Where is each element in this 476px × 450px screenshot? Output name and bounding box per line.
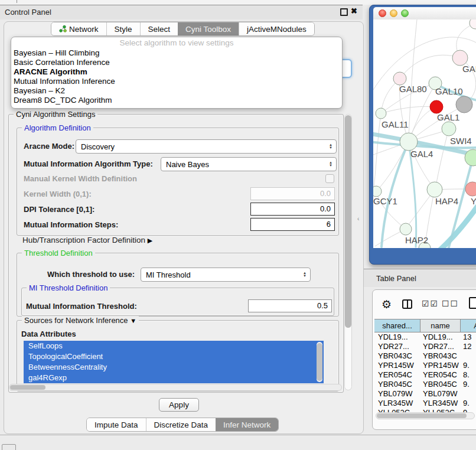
network-node[interactable]: [470, 19, 476, 29]
table-cell: YPR145W: [374, 361, 420, 370]
table-cell: YDL19...: [374, 332, 420, 342]
splitter-collapse-icon[interactable]: ‹: [357, 216, 359, 222]
hub-definition-label: Hub/Transcription Factor Definition: [22, 236, 145, 244]
hub-definition-expander[interactable]: Hub/Transcription Factor Definition ▶: [22, 236, 152, 244]
tab-label: Network: [69, 25, 99, 34]
network-edge: [373, 118, 380, 195]
close-traffic-light-icon[interactable]: [379, 9, 386, 17]
network-node[interactable]: [376, 108, 386, 119]
tab-style[interactable]: Style: [106, 22, 140, 35]
dpi-tolerance-input[interactable]: 0.0: [250, 203, 335, 216]
algorithm-option-mutual-information-inference[interactable]: Mutual Information Inference: [11, 77, 342, 86]
algorithm-option-bayesian-k2[interactable]: Bayesian – K2: [11, 86, 342, 96]
sources-group-title[interactable]: Sources for Network Inference ▼: [22, 316, 139, 325]
table-row[interactable]: YBR045CYBR045C9.: [374, 380, 476, 389]
table-row[interactable]: YPR145WYPR145W9.: [374, 361, 476, 370]
table-row[interactable]: YLR345WYLR345W9.: [374, 399, 476, 408]
algorithm-option-bayesian-hill-climbing[interactable]: Bayesian – Hill Climbing: [11, 48, 342, 58]
tab-infer-network[interactable]: Infer Network: [216, 418, 278, 431]
columns-icon[interactable]: [402, 299, 412, 309]
close-icon[interactable]: ✖: [351, 6, 357, 15]
algorithm-option-aracne-algorithm[interactable]: ARACNE Algorithm: [11, 67, 342, 77]
table-cell: YLR345W: [374, 399, 420, 408]
network-canvas[interactable]: GALGAL80GAL10GAL11GAL1SWI4GAL4GCY1HAP4YH…: [373, 19, 476, 248]
network-icon: [59, 25, 67, 32]
table-cell: YDL19...: [420, 332, 461, 342]
tab-cyni-toolbox[interactable]: Cyni Toolbox: [178, 22, 239, 35]
dpi-tolerance-label: DPI Tolerance [0,1]:: [24, 205, 94, 214]
table-cell: [461, 389, 476, 399]
settings-vertical-scrollbar-thumb[interactable]: [345, 115, 351, 328]
network-edge: [436, 129, 449, 186]
table-row[interactable]: YDL19...YDL19...13: [374, 332, 476, 342]
mi-algorithm-type-select[interactable]: Naive Bayes ▲▼: [161, 157, 337, 171]
kernel-width-input: 0.0: [250, 187, 335, 200]
algorithm-option-basic-correlation-inference[interactable]: Basic Correlation Inference: [11, 58, 342, 67]
network-node[interactable]: [400, 223, 412, 235]
kernel-width-label: Kernel Width (0,1):: [24, 190, 92, 198]
mi-steps-input[interactable]: 6: [250, 218, 335, 231]
table-cell: YBR043C: [374, 351, 420, 361]
network-node[interactable]: [400, 133, 418, 151]
which-threshold-select[interactable]: MI Threshold ▲▼: [141, 268, 311, 282]
document-icon[interactable]: [469, 297, 476, 309]
network-node[interactable]: [393, 72, 406, 85]
mi-threshold-input[interactable]: 0.5: [248, 299, 332, 312]
table-row[interactable]: YER054CYER054C8.: [374, 370, 476, 380]
settings-horizontal-scrollbar[interactable]: [9, 384, 342, 391]
table-cell: YER054C: [374, 370, 420, 380]
settings-horizontal-scrollbar-thumb[interactable]: [10, 385, 45, 390]
table-cell: YBR045C: [374, 380, 420, 389]
algorithm-option-list: Bayesian – Hill ClimbingBasic Correlatio…: [11, 48, 342, 105]
column-header-shared[interactable]: shared...: [374, 319, 420, 332]
mi-threshold-label: Mutual Information Threshold:: [26, 302, 137, 311]
column-header-a[interactable]: A: [461, 319, 476, 332]
algorithm-option-dream8-dc-tdc-algorithm[interactable]: Dream8 DC_TDC Algorithm: [11, 96, 342, 105]
attribute-item-selfloops[interactable]: SelfLoops: [24, 341, 324, 351]
attributes-scrollbar-thumb[interactable]: [317, 343, 322, 381]
float-window-icon[interactable]: [340, 8, 348, 16]
minimize-traffic-light-icon[interactable]: [390, 9, 397, 17]
network-node[interactable]: [430, 100, 443, 113]
gear-icon[interactable]: ⚙: [382, 298, 392, 311]
tab-impute-data[interactable]: Impute Data: [87, 418, 146, 431]
control-panel-title: Control Panel: [5, 8, 51, 17]
network-node[interactable]: [427, 182, 442, 197]
select-all-icon[interactable]: ☑☑: [422, 299, 439, 308]
table-body: YDL19...YDL19...13YDR27...YDR27...12YBR0…: [374, 332, 476, 418]
mi-threshold-definition-title: MI Threshold Definition: [27, 283, 110, 292]
attribute-item-betweennesscentrality[interactable]: BetweennessCentrality: [24, 362, 324, 373]
network-node[interactable]: [373, 186, 382, 197]
algorithm-dropdown: Select algorithm to view settings Bayesi…: [11, 37, 343, 109]
node-label-gcy1: GCY1: [373, 196, 397, 206]
node-label-gal80: GAL80: [399, 84, 427, 94]
table-row[interactable]: YBR043CYBR043C: [374, 351, 476, 361]
network-node[interactable]: [456, 96, 472, 113]
table-cell: YBL079W: [420, 389, 461, 399]
tab-label: jActiveMNodules: [247, 25, 307, 34]
attribute-item-gal4rgexp[interactable]: gal4RGexp: [24, 373, 324, 383]
unselect-all-icon[interactable]: ☐☐: [442, 299, 459, 308]
table-horizontal-scrollbar-thumb[interactable]: [377, 413, 467, 418]
aracne-mode-select[interactable]: Discovery ▲▼: [76, 139, 337, 154]
network-window-titlebar[interactable]: [373, 7, 476, 19]
zoom-traffic-light-icon[interactable]: [401, 9, 409, 17]
tab-jactivemnodules[interactable]: jActiveMNodules: [239, 22, 314, 35]
tab-network[interactable]: Network: [51, 22, 106, 35]
top-tick: [17, 0, 17, 3]
manual-kernel-width-checkbox[interactable]: [325, 174, 334, 183]
tab-discretize-data[interactable]: Discretize Data: [146, 418, 216, 431]
table-row[interactable]: YBL079WYBL079W: [374, 389, 476, 399]
node-label-swi4: SWI4: [450, 136, 472, 146]
bottom-left-mini-button[interactable]: [2, 444, 16, 450]
table-panel-title: Table Panel: [376, 274, 416, 283]
expander-open-icon: ▼: [130, 317, 136, 324]
column-header-name[interactable]: name: [420, 319, 461, 332]
network-node[interactable]: [442, 122, 456, 136]
data-attributes-list: SelfLoopsTopologicalCoefficientBetweenne…: [24, 341, 324, 383]
apply-button[interactable]: Apply: [159, 398, 199, 412]
tab-select[interactable]: Select: [140, 22, 178, 35]
network-edge: [376, 146, 406, 191]
attribute-item-topologicalcoefficient[interactable]: TopologicalCoefficient: [24, 351, 324, 362]
table-row[interactable]: YDR27...YDR27...12: [374, 342, 476, 351]
